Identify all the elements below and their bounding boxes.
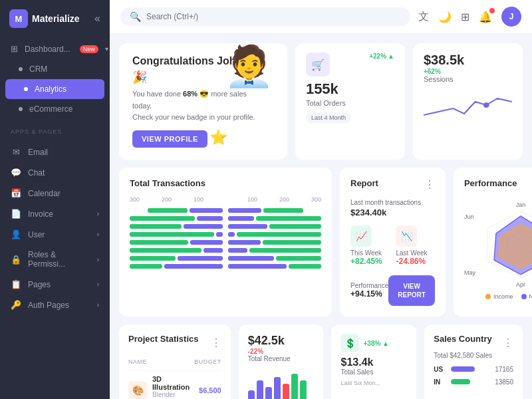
this-week-value: +82.45% bbox=[350, 257, 389, 266]
report-amount: $234.40k bbox=[350, 207, 435, 217]
dot-icon bbox=[19, 67, 23, 71]
revenue-bar-chart bbox=[248, 370, 315, 399]
moon-icon[interactable]: 🌙 bbox=[438, 11, 452, 23]
sidebar-collapse-button[interactable]: « bbox=[94, 13, 100, 25]
view-report-button[interactable]: VIEWREPORT bbox=[388, 275, 435, 306]
invoice-icon: 📄 bbox=[11, 209, 21, 219]
sidebar-item-label: Chat bbox=[28, 168, 45, 178]
performance-chart-area: Jan Feb Mar Apr May Jun bbox=[464, 201, 532, 300]
bar-chart bbox=[130, 208, 321, 272]
report-bottom: Performance +94.15% VIEWREPORT bbox=[350, 275, 435, 306]
chevron-right-icon: › bbox=[97, 231, 99, 238]
this-week-stat: 📈 This Week +82.45% bbox=[350, 225, 389, 266]
report-header: Report ⋮ bbox=[350, 178, 435, 196]
rev-bar bbox=[248, 390, 255, 399]
proj-menu-button[interactable]: ⋮ bbox=[211, 336, 221, 349]
in-bar bbox=[451, 379, 469, 384]
sidebar-item-label: CRM bbox=[29, 65, 47, 74]
bottom-row: Project Statistics ⋮ NAME BUDGET 🎨 3D Il… bbox=[119, 325, 523, 399]
sales-label: Total Sales bbox=[340, 368, 389, 376]
search-icon: 🔍 bbox=[130, 11, 141, 22]
translate-icon[interactable]: 文 bbox=[418, 10, 429, 24]
sidebar-item-auth[interactable]: 🔑 Auth Pages › bbox=[0, 295, 110, 315]
chevron-right-icon: › bbox=[97, 281, 99, 288]
report-title: Report bbox=[350, 178, 378, 188]
grid-icon[interactable]: ⊞ bbox=[461, 11, 469, 23]
sales-country-menu-button[interactable]: ⋮ bbox=[503, 336, 513, 349]
view-profile-button[interactable]: VIEW PROFILE bbox=[132, 130, 207, 148]
user-icon: 👤 bbox=[11, 229, 21, 239]
sales-country-card: Sales Country ⋮ Total $42,580 Sales US 1… bbox=[424, 325, 523, 399]
sidebar-item-label: Invoice bbox=[28, 209, 53, 219]
report-menu-button[interactable]: ⋮ bbox=[424, 178, 435, 191]
rev-bar bbox=[283, 384, 289, 399]
sidebar-item-analytics[interactable]: Analytics bbox=[5, 79, 104, 99]
user-avatar[interactable]: J bbox=[501, 7, 521, 27]
sales-icon: 💲 bbox=[340, 334, 359, 352]
dot-icon bbox=[24, 87, 28, 91]
sidebar-item-label: Roles & Permissi... bbox=[28, 250, 90, 269]
orders-icon: 🛒 bbox=[306, 53, 330, 76]
sidebar-item-email[interactable]: ✉ Email bbox=[0, 142, 110, 162]
sidebar-item-label: Auth Pages bbox=[28, 301, 69, 310]
this-week-label: This Week bbox=[350, 249, 389, 257]
last-week-stat: 📉 Last Week -24.86% bbox=[396, 225, 434, 266]
sales-value: $13.4k bbox=[340, 356, 389, 368]
radar-chart bbox=[477, 208, 532, 281]
search-input[interactable] bbox=[146, 12, 401, 21]
total-orders-card: 🛒 +22% ▲ 155k Total Orders Last 4 Month bbox=[295, 43, 405, 160]
sidebar-item-label: Calendar bbox=[28, 189, 61, 198]
bell-icon[interactable]: 🔔 bbox=[479, 11, 492, 23]
sidebar-item-calendar[interactable]: 📅 Calendar bbox=[0, 183, 110, 203]
total-transactions-card: Total Transactions 300200100100200300 bbox=[119, 168, 332, 317]
chevron-right-icon: › bbox=[97, 210, 99, 217]
sidebar-item-ecommerce[interactable]: eCommerce bbox=[0, 99, 110, 119]
main-content: 🔍 文 🌙 ⊞ 🔔 J Congratulations John! 🎉 bbox=[110, 0, 532, 399]
list-item: IN 13850 bbox=[434, 378, 513, 386]
proj-info-1: 3D Illustration Blender Illustration bbox=[152, 375, 194, 399]
performance-legend: Income Net Worth bbox=[485, 293, 532, 300]
sidebar: M Materialize « ⊞ Dashboard... New ▾ CRM… bbox=[0, 0, 110, 399]
perf-value: +94.15% bbox=[350, 289, 388, 299]
performance-card: Performance ⋮ Jan Feb Mar Apr May Jun bbox=[454, 168, 532, 317]
income-legend: Income bbox=[485, 293, 513, 300]
sidebar-item-crm[interactable]: CRM bbox=[0, 59, 110, 79]
transactions-title: Total Transactions bbox=[130, 178, 321, 188]
roles-icon: 🔒 bbox=[11, 255, 21, 265]
project-statistics-card: Project Statistics ⋮ NAME BUDGET 🎨 3D Il… bbox=[119, 325, 231, 399]
sidebar-item-pages[interactable]: 📋 Pages › bbox=[0, 274, 110, 295]
sales-country-title: Sales Country bbox=[434, 334, 491, 344]
sidebar-item-user[interactable]: 👤 User › bbox=[0, 224, 110, 245]
report-subtitle: Last month transactions bbox=[350, 199, 435, 206]
sidebar-item-chat[interactable]: 💬 Chat bbox=[0, 162, 110, 183]
email-icon: ✉ bbox=[11, 147, 21, 157]
dashboard-content: Congratulations John! 🎉 You have done 68… bbox=[110, 34, 532, 399]
sessions-value: $38.5k bbox=[424, 53, 464, 68]
list-item: US 17165 bbox=[434, 366, 513, 373]
sales-country-subtitle: Total $42,580 Sales bbox=[434, 352, 513, 359]
rev-bar bbox=[300, 380, 307, 399]
sidebar-item-roles[interactable]: 🔒 Roles & Permissi... › bbox=[0, 245, 110, 274]
search-bar[interactable]: 🔍 bbox=[120, 7, 410, 26]
sidebar-item-invoice[interactable]: 📄 Invoice › bbox=[0, 203, 110, 224]
rev-bar bbox=[265, 387, 272, 399]
perf-label: Performance bbox=[350, 282, 388, 289]
chevron-down-icon: ▾ bbox=[105, 45, 108, 53]
main-nav: ⊞ Dashboard... New ▾ CRM Analytics eComm… bbox=[0, 35, 110, 123]
orders-period: Last 4 Month bbox=[306, 112, 351, 123]
last-week-label: Last Week bbox=[396, 249, 434, 257]
country-us: US bbox=[434, 366, 447, 373]
logo-area: M Materialize bbox=[9, 9, 80, 28]
table-row: 🎨 3D Illustration Blender Illustration $… bbox=[128, 370, 221, 399]
sidebar-item-dashboard[interactable]: ⊞ Dashboard... New ▾ bbox=[0, 39, 110, 59]
proj-title: Project Statistics bbox=[128, 334, 199, 344]
proj-icon-1: 🎨 bbox=[128, 381, 147, 399]
sidebar-item-label: eCommerce bbox=[29, 104, 72, 114]
bar-axis: 300200100100200300 bbox=[130, 196, 321, 203]
notification-badge bbox=[489, 8, 495, 13]
sales-change: +38% ▲ bbox=[363, 340, 389, 347]
congrats-figure: 🧑‍💼 bbox=[224, 47, 274, 86]
proj-columns: NAME BUDGET bbox=[128, 358, 221, 365]
sidebar-item-label: User bbox=[28, 230, 45, 239]
last-week-icon: 📉 bbox=[396, 225, 417, 247]
